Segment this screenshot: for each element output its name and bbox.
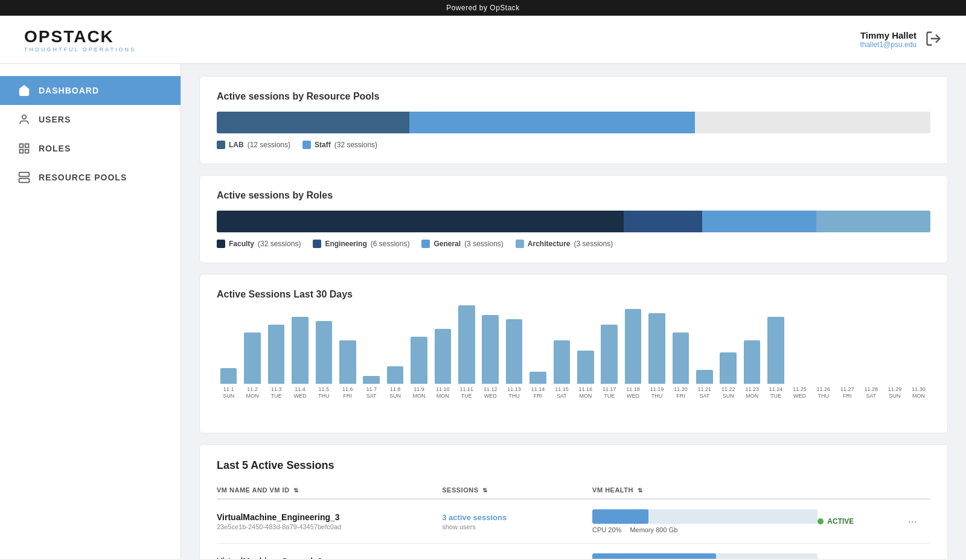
sidebar-label-dashboard: DASHBOARD xyxy=(39,86,99,95)
roles-bar xyxy=(217,211,930,232)
person-icon xyxy=(18,113,30,126)
bar-rect xyxy=(625,309,642,384)
bar-column: 11.16MON xyxy=(574,351,597,400)
logout-button[interactable] xyxy=(925,30,942,49)
bar-column: 11.5THU xyxy=(312,321,336,400)
user-email: thallet1@psu.edu xyxy=(860,40,916,49)
bar-rect xyxy=(554,340,571,384)
show-users[interactable]: show users xyxy=(442,523,592,530)
bar-column: 11.19THU xyxy=(645,313,668,400)
table-row: VirtualMachine_General_9 23e5ce1b-2450-4… xyxy=(217,544,930,559)
bar-rect xyxy=(268,325,285,384)
vm-info: VirtualMachine_General_9 23e5ce1b-2450-4… xyxy=(217,556,442,559)
layout: DASHBOARD USERS ROLES xyxy=(0,64,966,559)
bar-label: 11.19THU xyxy=(650,386,664,400)
bar-label: 11.17TUE xyxy=(603,386,616,400)
bar-column: 11.13THU xyxy=(502,319,526,400)
logo-sub: THOUGHTFUL OPERATIONS xyxy=(24,46,136,52)
bar-label: 11.28SAT xyxy=(864,386,878,400)
more-menu-button[interactable]: ··· xyxy=(908,515,930,528)
engineering-count: (6 sessions) xyxy=(371,240,410,248)
sessions-count[interactable]: 3 active sessions xyxy=(442,513,592,522)
sidebar-item-resource-pools[interactable]: RESOURCE POOLS xyxy=(0,163,181,192)
architecture-label: Architecture xyxy=(528,240,571,248)
bar-label: 11.27FRI xyxy=(840,386,854,400)
health-info: CPU 20% Memory 800 Gb xyxy=(592,509,817,533)
svg-rect-2 xyxy=(20,144,24,148)
col-menu xyxy=(908,486,930,494)
faculty-label: Faculty xyxy=(229,240,254,248)
lab-count: (12 sessions) xyxy=(248,141,290,149)
engineering-segment xyxy=(624,211,702,232)
col-status xyxy=(817,486,907,494)
legend-engineering: Engineering (6 sessions) xyxy=(313,240,409,248)
health-labels: CPU 20% Memory 800 Gb xyxy=(592,526,817,533)
main-content: Active sessions by Resource Pools LAB (1… xyxy=(181,64,966,559)
status-dot xyxy=(817,518,824,524)
bar-rect xyxy=(220,368,237,384)
bar-rect xyxy=(696,370,713,384)
sidebar-label-roles: ROLES xyxy=(39,144,71,153)
bar-label: 11.13THU xyxy=(507,386,521,400)
health-bar-bg xyxy=(592,509,817,524)
bar-rect xyxy=(648,313,665,384)
bar-label: 11.25WED xyxy=(793,386,807,400)
bar-label: 11.9MON xyxy=(412,386,425,400)
bar-label: 11.21SAT xyxy=(698,386,712,400)
bar-label: 11.22SUN xyxy=(721,386,735,400)
bar-column: 11.28SAT xyxy=(859,384,883,400)
bar-column: 11.30MON xyxy=(907,384,930,400)
svg-rect-6 xyxy=(19,173,30,177)
bar-rect xyxy=(601,325,618,384)
sidebar-item-dashboard[interactable]: DASHBOARD xyxy=(0,76,181,105)
bar-rect xyxy=(529,372,546,384)
architecture-count: (3 sessions) xyxy=(574,240,613,248)
health-bar-bg xyxy=(592,553,817,559)
sort-health-icon[interactable]: ⇅ xyxy=(638,487,643,494)
bar-rect xyxy=(411,337,427,384)
svg-rect-7 xyxy=(19,179,30,183)
staff-count: (32 sessions) xyxy=(334,141,377,149)
staff-swatch xyxy=(302,141,311,149)
col-sessions: SESSIONS ⇅ xyxy=(442,486,592,494)
bar-label: 11.5THU xyxy=(318,386,330,400)
legend-faculty: Faculty (32 sessions) xyxy=(217,240,301,248)
bar-label: 11.16MON xyxy=(579,386,593,400)
general-swatch xyxy=(421,240,430,248)
sort-vm-icon[interactable]: ⇅ xyxy=(293,487,299,494)
table-row: VirtualMachine_Engineering_3 23e5ce1b-24… xyxy=(217,500,930,544)
sessions-count[interactable]: 4 active sessions xyxy=(442,557,592,559)
legend-staff: Staff (32 sessions) xyxy=(302,141,377,149)
faculty-count: (32 sessions) xyxy=(258,240,301,248)
user-area: Timmy Hallet thallet1@psu.edu xyxy=(860,30,942,49)
bar-rect xyxy=(673,332,689,384)
bar-label: 11.10MON xyxy=(436,386,450,400)
mem-label: Memory 800 Gb xyxy=(630,526,677,533)
top-banner: Powered by OpStack xyxy=(0,0,966,16)
bar-label: 11.3TUE xyxy=(271,386,282,400)
health-bar-fill xyxy=(592,553,716,559)
health-info: CPU 50% Memory 800 Gb xyxy=(592,553,817,559)
sessions-info: 3 active sessions show users xyxy=(442,513,592,530)
resource-pools-bar xyxy=(217,112,930,133)
bar-column: 11.7SAT xyxy=(359,376,383,400)
sidebar-item-users[interactable]: USERS xyxy=(0,105,181,134)
roles-title: Active sessions by Roles xyxy=(217,190,930,201)
sidebar-item-roles[interactable]: ROLES xyxy=(0,134,181,163)
sessions-info: 4 active sessions show users xyxy=(442,557,592,559)
bar-label: 11.20FRI xyxy=(674,386,688,400)
vm-name: VirtualMachine_Engineering_3 xyxy=(217,512,442,522)
legend-lab: LAB (12 sessions) xyxy=(217,141,290,149)
sidebar-label-users: USERS xyxy=(39,115,71,124)
bar-rect xyxy=(720,352,737,384)
user-info: Timmy Hallet thallet1@psu.edu xyxy=(860,30,916,49)
lab-label: LAB xyxy=(229,141,244,149)
server-icon xyxy=(18,171,30,183)
bar-column: 11.9MON xyxy=(407,337,430,400)
svg-rect-5 xyxy=(25,150,29,153)
bar-label: 11.14FRI xyxy=(531,386,545,400)
grid-icon xyxy=(18,142,30,154)
architecture-swatch xyxy=(516,240,524,248)
bar-column: 11.25WED xyxy=(788,384,811,400)
sort-sessions-icon[interactable]: ⇅ xyxy=(482,487,488,494)
